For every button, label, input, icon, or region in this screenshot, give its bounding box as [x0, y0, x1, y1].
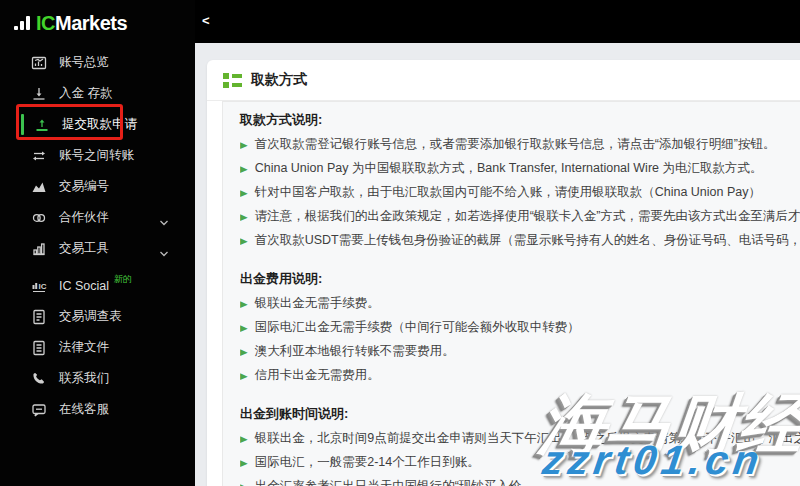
bullet-text: 针对中国客户取款，由于电汇取款国内可能不给入账，请使用银联取款（China Un…	[255, 184, 761, 201]
bullet-arrow-icon: ▶	[240, 236, 248, 246]
bullet-arrow-icon: ▶	[240, 371, 248, 381]
sidebar-item-contact[interactable]: 联系我们	[0, 363, 195, 394]
chevron-down-icon	[159, 213, 169, 231]
icmarkets-logo[interactable]: IC Markets	[14, 9, 127, 35]
sidebar-item-trade-history[interactable]: 交易编号	[0, 171, 195, 202]
bullet-arrow-icon: ▶	[240, 188, 248, 198]
card-header: 取款方式	[207, 60, 800, 101]
bullet-text: 银联出金，北京时间9点前提交出金申请则当天下午汇出，9点之后提交申请第二天下午汇…	[255, 430, 800, 447]
sidebar-item-partners[interactable]: 合作伙伴	[0, 202, 195, 233]
sidebar-item-account-overview[interactable]: 账号总览	[0, 47, 195, 78]
sidebar-item-label: 账号之间转账	[59, 147, 134, 164]
bullet-arrow-icon: ▶	[240, 458, 248, 468]
withdraw-info-box: 取款方式说明: ▶首次取款需登记银行账号信息，或者需要添加银行取款账号信息，请点…	[222, 101, 800, 486]
bullet-arrow-icon: ▶	[240, 299, 248, 309]
bullet-arrow-icon: ▶	[240, 140, 248, 150]
sidebar-item-label: 交易工具	[59, 240, 109, 257]
bullet-item: ▶信用卡出金无需费用。	[240, 367, 800, 384]
section-arrival-time: 出金到账时间说明: ▶银联出金，北京时间9点前提交出金申请则当天下午汇出，9点之…	[240, 405, 800, 486]
partners-icon	[30, 209, 47, 226]
section-withdraw-fees: 出金费用说明: ▶银联出金无需手续费。 ▶国际电汇出金无需手续费（中间行可能会额…	[240, 270, 800, 384]
section-heading: 取款方式说明:	[240, 111, 800, 129]
bullet-arrow-icon: ▶	[240, 323, 248, 333]
withdraw-methods-card: 取款方式 取款方式说明: ▶首次取款需登记银行账号信息，或者需要添加银行取款账号…	[207, 60, 800, 486]
section-heading: 出金到账时间说明:	[240, 405, 800, 423]
transfer-icon	[30, 147, 47, 164]
account-overview-icon	[30, 54, 47, 71]
survey-icon	[30, 308, 47, 325]
main-content: 取款方式 取款方式说明: ▶首次取款需登记银行账号信息，或者需要添加银行取款账号…	[195, 43, 800, 486]
bullet-item: ▶China Union Pay 为中国银联取款方式，Bank Transfer…	[240, 160, 800, 177]
bullet-text: 国际电汇，一般需要2-14个工作日到账。	[255, 454, 480, 471]
bullet-text: 澳大利亚本地银行转账不需要费用。	[255, 343, 455, 360]
bullet-text: 首次取款USDT需要上传钱包身份验证的截屏（需显示账号持有人的姓名、身份证号码、…	[255, 232, 800, 249]
bullet-item: ▶请注意，根据我们的出金政策规定，如若选择使用“银联卡入金”方式，需要先由该方式…	[240, 208, 800, 225]
logo-text-markets: Markets	[55, 12, 127, 35]
bullet-item: ▶银联出金无需手续费。	[240, 295, 800, 312]
bullet-arrow-icon: ▶	[240, 482, 248, 486]
sidebar-item-label: 交易编号	[59, 178, 109, 195]
sidebar-item-label: 入金 存款	[59, 85, 112, 102]
sidebar-item-label: 法律文件	[59, 339, 109, 356]
bullet-item: ▶出金汇率参考汇出日当天中国银行的“现钞买入价。	[240, 478, 800, 486]
bullet-text: 出金汇率参考汇出日当天中国银行的“现钞买入价。	[255, 478, 534, 486]
section-withdraw-methods: 取款方式说明: ▶首次取款需登记银行账号信息，或者需要添加银行取款账号信息，请点…	[240, 111, 800, 249]
sidebar-item-label: 合作伙伴	[59, 209, 109, 226]
sidebar-item-label: IC Social	[59, 279, 109, 293]
bullet-item: ▶首次取款USDT需要上传钱包身份验证的截屏（需显示账号持有人的姓名、身份证号码…	[240, 232, 800, 249]
new-badge: 新的	[114, 273, 132, 286]
list-icon	[223, 73, 242, 88]
sidebar-item-label: 账号总览	[59, 54, 109, 71]
topbar: <	[195, 0, 800, 43]
logo-text-ic: IC	[36, 12, 55, 35]
sidebar-item-legal[interactable]: 法律文件	[0, 332, 195, 363]
bullet-item: ▶首次取款需登记银行账号信息，或者需要添加银行取款账号信息，请点击“添加银行明细…	[240, 136, 800, 153]
livechat-icon	[30, 401, 47, 418]
bullet-text: 银联出金无需手续费。	[255, 295, 380, 312]
bullet-item: ▶针对中国客户取款，由于电汇取款国内可能不给入账，请使用银联取款（China U…	[240, 184, 800, 201]
sidebar-item-livechat[interactable]: 在线客服	[0, 394, 195, 425]
sidebar-item-label: 交易调查表	[59, 308, 122, 325]
section-heading: 出金费用说明:	[240, 270, 800, 288]
chevron-down-icon	[159, 244, 169, 262]
bullet-arrow-icon: ▶	[240, 347, 248, 357]
bullet-arrow-icon: ▶	[240, 212, 248, 222]
bullet-arrow-icon: ▶	[240, 434, 248, 444]
sidebar-item-survey[interactable]: 交易调查表	[0, 301, 195, 332]
sidebar-item-label: 联系我们	[59, 370, 109, 387]
sidebar-collapse-icon[interactable]: <	[202, 13, 210, 28]
bullet-text: 首次取款需登记银行账号信息，或者需要添加银行取款账号信息，请点击“添加银行明细”…	[255, 136, 776, 153]
svg-text:IC: IC	[38, 282, 46, 291]
trading-tools-icon	[30, 240, 47, 257]
contact-icon	[30, 370, 47, 387]
logo-bars-icon	[14, 16, 32, 30]
ic-social-icon: IC	[30, 277, 47, 294]
sidebar-item-trading-tools[interactable]: 交易工具	[0, 233, 195, 264]
deposit-icon	[30, 85, 47, 102]
page-title: 取款方式	[251, 71, 307, 89]
annotation-highlight-box	[16, 104, 123, 140]
bullet-item: ▶澳大利亚本地银行转账不需要费用。	[240, 343, 800, 360]
app-window: IC Markets 账号总览 入金 存款 提交取款申请	[0, 0, 800, 486]
sidebar-item-label: 在线客服	[59, 401, 109, 418]
bullet-item: ▶国际电汇出金无需手续费（中间行可能会额外收取中转费）	[240, 319, 800, 336]
bullet-text: 国际电汇出金无需手续费（中间行可能会额外收取中转费）	[255, 319, 580, 336]
bullet-item: ▶银联出金，北京时间9点前提交出金申请则当天下午汇出，9点之后提交申请第二天下午…	[240, 430, 800, 447]
bullet-item: ▶国际电汇，一般需要2-14个工作日到账。	[240, 454, 800, 471]
bullet-arrow-icon: ▶	[240, 164, 248, 174]
bullet-text: 请注意，根据我们的出金政策规定，如若选择使用“银联卡入金”方式，需要先由该方式出…	[255, 208, 800, 225]
sidebar: IC Markets 账号总览 入金 存款 提交取款申请	[0, 0, 195, 486]
legal-icon	[30, 339, 47, 356]
sidebar-item-transfer[interactable]: 账号之间转账	[0, 140, 195, 171]
trade-history-icon	[30, 178, 47, 195]
bullet-text: 信用卡出金无需费用。	[255, 367, 380, 384]
bullet-text: China Union Pay 为中国银联取款方式，Bank Transfer,…	[255, 160, 763, 177]
sidebar-item-ic-social[interactable]: IC IC Social 新的	[0, 270, 195, 301]
